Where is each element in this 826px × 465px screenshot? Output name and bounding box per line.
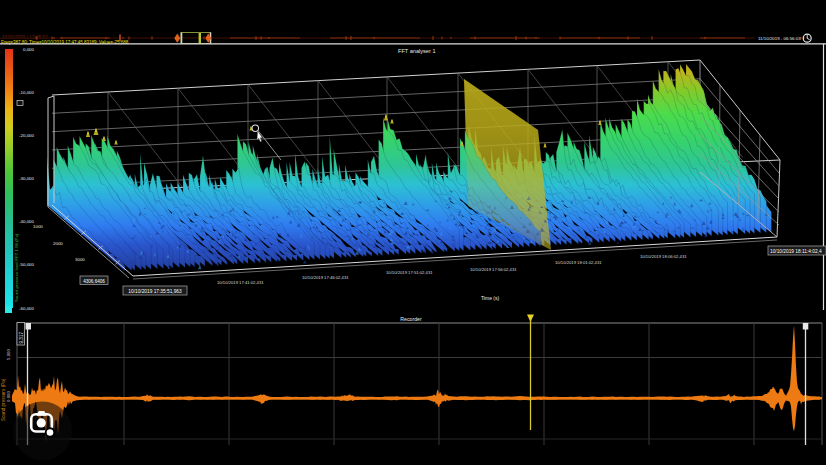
svg-text:Sound pressure (Pa): Sound pressure (Pa): [1, 378, 6, 421]
svg-text:10/10/2019 18:06:02,431: 10/10/2019 18:06:02,431: [640, 254, 687, 259]
svg-text:10/10/2019 17:41:02,431: 10/10/2019 17:41:02,431: [217, 280, 264, 285]
svg-text:2000: 2000: [53, 241, 63, 246]
svg-text:-60,000: -60,000: [19, 306, 34, 311]
svg-text:-20,000: -20,000: [19, 133, 34, 138]
svg-text:1000: 1000: [33, 224, 43, 229]
svg-text:0,000: 0,000: [6, 390, 11, 402]
svg-text:-50,000: -50,000: [19, 262, 34, 267]
svg-text:10/10/2019 17:46:02,431: 10/10/2019 17:46:02,431: [302, 275, 349, 280]
svg-text:10/10/2019 17:56:02,431: 10/10/2019 17:56:02,431: [470, 267, 517, 272]
svg-text:10/10/2019 18:01:02,431: 10/10/2019 18:01:02,431: [555, 260, 602, 265]
svg-text:-30,000: -30,000: [19, 176, 34, 181]
svg-text:10/10/2019 17:35:51,963: 10/10/2019 17:35:51,963: [128, 289, 182, 294]
svg-text:Sound pressure level FFT 1.88: Sound pressure level FFT 1.88 (Pa): [14, 233, 19, 302]
svg-text:-10,000: -10,000: [19, 90, 34, 95]
svg-text:Recorder: Recorder: [400, 316, 422, 322]
svg-text:0,000: 0,000: [23, 47, 35, 52]
svg-text:10/10/2019 17:51:02,431: 10/10/2019 17:51:02,431: [386, 270, 433, 275]
svg-text:Time (s): Time (s): [481, 295, 499, 301]
svg-text:4306,6406: 4306,6406: [83, 279, 105, 284]
svg-text:9,317: 9,317: [19, 332, 24, 344]
svg-text:3000: 3000: [75, 257, 85, 262]
svg-text:11/10/2019 - 06:56:03: 11/10/2019 - 06:56:03: [758, 36, 801, 41]
svg-text:10/10/2019 18:11:4:02,4: 10/10/2019 18:11:4:02,4: [770, 249, 822, 254]
svg-text:5,000: 5,000: [6, 348, 11, 360]
svg-text:FFT analyser 1: FFT analyser 1: [398, 48, 436, 54]
